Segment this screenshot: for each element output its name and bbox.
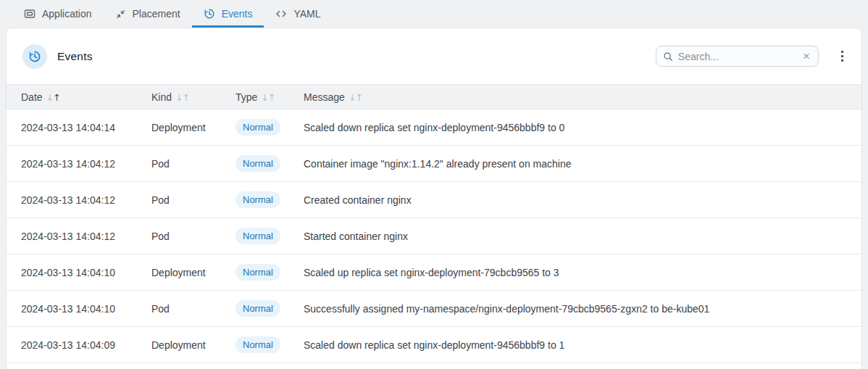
- detail-tabbar: Application Placement Events YAML: [0, 0, 868, 28]
- event-type: Normal: [235, 291, 304, 327]
- search-input[interactable]: [678, 51, 796, 62]
- type-badge: Normal: [235, 264, 280, 281]
- event-type: Normal: [235, 218, 304, 254]
- event-message: Created container nginx: [304, 182, 861, 218]
- event-type: Normal: [235, 146, 304, 182]
- table-row[interactable]: 2024-03-13 14:04:10 Pod Normal Successfu…: [7, 291, 861, 327]
- panel-title: Events: [57, 50, 93, 63]
- history-icon: [204, 8, 215, 20]
- events-table: Date↓↑ Kind↓↑ Type↓↑ Message↓↑ 2024-03-1…: [7, 84, 861, 363]
- event-message: Started container nginx: [304, 218, 861, 254]
- table-row[interactable]: 2024-03-13 14:04:09 Deployment Normal Sc…: [7, 327, 861, 363]
- events-panel-header: Events ×: [7, 28, 861, 84]
- table-header-row: Date↓↑ Kind↓↑ Type↓↑ Message↓↑: [7, 85, 861, 109]
- event-kind: Pod: [151, 218, 235, 254]
- event-kind: Pod: [151, 182, 235, 218]
- search-box: ×: [656, 46, 819, 67]
- event-kind: Deployment: [151, 327, 235, 363]
- tab-label: Application: [42, 8, 92, 20]
- type-badge: Normal: [235, 300, 280, 318]
- tab-label: YAML: [293, 8, 320, 20]
- placement-icon: [115, 9, 126, 20]
- tab-label: Events: [222, 8, 253, 20]
- event-kind: Deployment: [151, 254, 235, 291]
- clear-search-icon[interactable]: ×: [801, 50, 811, 62]
- event-message: Scaled down replica set nginx-deployment…: [304, 109, 861, 146]
- event-type: Normal: [235, 327, 304, 363]
- code-icon: [275, 8, 287, 20]
- event-message: Scaled up replica set nginx-deployment-7…: [304, 254, 861, 291]
- table-row[interactable]: 2024-03-13 14:04:12 Pod Normal Container…: [7, 146, 861, 182]
- event-date: 2024-03-13 14:04:14: [7, 109, 151, 146]
- event-type: Normal: [235, 182, 304, 218]
- column-header-message[interactable]: Message↓↑: [304, 85, 861, 109]
- event-date: 2024-03-13 14:04:10: [7, 254, 151, 291]
- event-kind: Pod: [151, 291, 235, 327]
- event-type: Normal: [235, 109, 304, 146]
- type-badge: Normal: [235, 228, 280, 245]
- sort-icons: ↓↑: [349, 92, 362, 103]
- table-row[interactable]: 2024-03-13 14:04:14 Deployment Normal Sc…: [7, 109, 861, 146]
- tab-yaml[interactable]: YAML: [264, 0, 332, 28]
- kebab-menu-icon[interactable]: [838, 48, 847, 65]
- event-message: Scaled down replica set nginx-deployment…: [304, 327, 861, 363]
- type-badge: Normal: [235, 336, 280, 354]
- type-badge: Normal: [235, 191, 280, 209]
- event-kind: Deployment: [151, 109, 235, 146]
- event-type: Normal: [235, 254, 304, 291]
- sort-icons: ↓↑: [261, 92, 275, 103]
- event-date: 2024-03-13 14:04:12: [7, 146, 151, 182]
- event-date: 2024-03-13 14:04:09: [7, 327, 151, 363]
- sort-icons: ↓↑: [46, 92, 60, 103]
- table-row[interactable]: 2024-03-13 14:04:10 Deployment Normal Sc…: [7, 254, 861, 291]
- table-row[interactable]: 2024-03-13 14:04:12 Pod Normal Started c…: [7, 218, 861, 254]
- tab-application[interactable]: Application: [12, 0, 104, 28]
- column-header-date[interactable]: Date↓↑: [7, 85, 151, 109]
- column-header-kind[interactable]: Kind↓↑: [151, 85, 235, 109]
- panel-title-group: Events: [22, 44, 93, 69]
- event-kind: Pod: [151, 146, 235, 182]
- event-message: Container image "nginx:1.14.2" already p…: [304, 146, 861, 182]
- tab-placement[interactable]: Placement: [104, 0, 192, 28]
- event-date: 2024-03-13 14:04:12: [7, 218, 151, 254]
- search-icon: [663, 51, 673, 62]
- column-header-type[interactable]: Type↓↑: [235, 85, 304, 109]
- panel-actions: ×: [656, 46, 847, 67]
- event-message: Successfully assigned my-namespace/nginx…: [304, 291, 861, 327]
- table-row[interactable]: 2024-03-13 14:04:12 Pod Normal Created c…: [7, 182, 861, 218]
- history-badge-icon: [22, 44, 47, 69]
- tab-events[interactable]: Events: [192, 0, 264, 28]
- tab-label: Placement: [133, 8, 180, 20]
- application-icon: [24, 8, 36, 20]
- sort-icons: ↓↑: [175, 92, 189, 103]
- event-date: 2024-03-13 14:04:10: [7, 291, 151, 327]
- type-badge: Normal: [235, 119, 280, 136]
- events-panel: Events × Date↓↑: [6, 28, 862, 369]
- type-badge: Normal: [235, 155, 280, 173]
- event-date: 2024-03-13 14:04:12: [7, 182, 151, 218]
